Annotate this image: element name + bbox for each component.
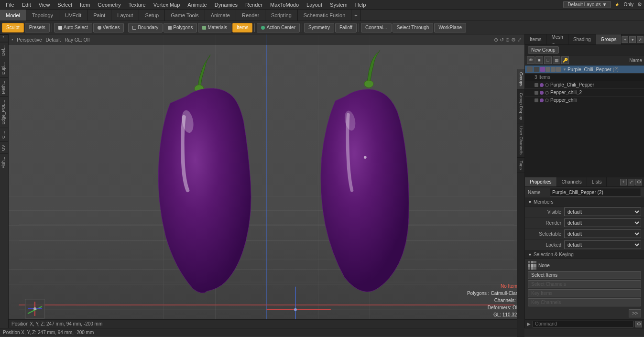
new-group-button[interactable]: New Group (528, 46, 559, 54)
tab-game-tools[interactable]: Game Tools (165, 10, 205, 21)
group-tool-1[interactable]: ■ (535, 56, 543, 64)
add-panel-btn[interactable]: + (622, 36, 628, 43)
tab-setup[interactable]: Setup (139, 10, 165, 21)
tab-layout[interactable]: Layout (111, 10, 139, 21)
presets-button[interactable]: Presets (25, 23, 50, 33)
tab-schematic-fusion[interactable]: Schematic Fusion (298, 10, 351, 21)
vp-zoom-icon[interactable]: ⊙ (505, 37, 510, 43)
command-settings-btn[interactable]: ⚙ (635, 321, 642, 327)
left-tab-fish[interactable]: Fish... (0, 153, 8, 172)
vp-rotate-icon[interactable]: ↺ (500, 37, 504, 43)
render-select[interactable]: default (564, 218, 641, 227)
menu-layout[interactable]: Layout (303, 1, 326, 9)
layouts-dropdown[interactable]: Default Layouts ▼ (563, 1, 611, 8)
tab-render[interactable]: Render (236, 10, 265, 21)
left-tab-edge-pol[interactable]: Edge_POL... (0, 97, 8, 128)
tab-animate[interactable]: Animate (205, 10, 236, 21)
left-tab-uv[interactable]: UV (0, 141, 8, 154)
right-side-tab-group-display[interactable]: Group Display (517, 90, 524, 123)
tab-shading[interactable]: Shading (568, 34, 596, 44)
command-input[interactable] (533, 321, 633, 327)
menu-system[interactable]: System (326, 1, 351, 9)
menu-geometry[interactable]: Geometry (94, 1, 124, 9)
viewport[interactable]: ▪ Perspective Default Ray GL: Off ⊕ ↺ ⊙ … (9, 34, 524, 328)
materials-button[interactable]: Materials (198, 23, 231, 33)
menu-texture[interactable]: Texture (125, 1, 150, 9)
menu-item[interactable]: Item (76, 1, 94, 9)
group-tool-2[interactable]: □ (544, 56, 552, 64)
workplane-button[interactable]: WorkPlane (434, 23, 466, 33)
menu-dynamics[interactable]: Dynamics (211, 1, 241, 9)
name-input[interactable] (550, 188, 641, 196)
tab-topology[interactable]: Topology (26, 10, 59, 21)
menu-maxtomodo[interactable]: MaxToModo (266, 1, 303, 9)
vp-maximize-icon[interactable]: ⤢ (517, 37, 522, 43)
boundary-button[interactable]: Boundary (128, 23, 163, 33)
selectable-select[interactable]: default (564, 229, 641, 238)
left-tab-cl[interactable]: Cl... (0, 128, 8, 141)
key-items-button[interactable]: Key Items (528, 289, 641, 297)
group-root-row[interactable]: ▼ Purple_Chili_Pepper (2) (525, 65, 644, 74)
tab-uvedit[interactable]: UVEdit (59, 10, 87, 21)
action-center-button[interactable]: Action Center (257, 23, 300, 33)
group-child-row-3[interactable]: ⬡ Pepper_chili (525, 97, 644, 104)
visible-select[interactable]: default (564, 207, 641, 216)
props-settings-btn[interactable]: ⚙ (635, 179, 642, 185)
menu-select[interactable]: Select (54, 1, 76, 9)
default-label[interactable]: Default (45, 37, 61, 43)
props-add-btn[interactable]: + (620, 179, 627, 185)
perspective-label[interactable]: Perspective (17, 37, 42, 43)
right-side-tab-tags[interactable]: Tags (517, 158, 524, 173)
tab-lists[interactable]: Lists (587, 177, 607, 186)
group-tool-eye[interactable]: 👁 (527, 56, 535, 64)
vp-nav-icon[interactable]: ⊕ (494, 37, 498, 43)
left-tab-meth[interactable]: Meth... (0, 77, 8, 97)
polygons-button[interactable]: Polygons (164, 23, 197, 33)
tab-scripting[interactable]: Scripting (265, 10, 298, 21)
tab-model[interactable]: Model (0, 10, 26, 21)
tab-mesh[interactable]: Mesh ... (546, 34, 568, 44)
add-tab-btn[interactable]: + (351, 10, 360, 21)
menu-animate[interactable]: Animate (184, 1, 210, 9)
sculpt-button[interactable]: Sculpt (2, 23, 24, 33)
props-maximize-btn[interactable]: ⤢ (628, 179, 634, 185)
panel-settings-btn[interactable]: ▾ (629, 36, 636, 43)
left-tab-def[interactable]: Def... (0, 42, 8, 59)
viewport-expand-icon[interactable]: ▪ (11, 37, 13, 42)
panel-maximize-btn[interactable]: ⤢ (637, 36, 644, 43)
menu-edit[interactable]: Edit (18, 1, 35, 9)
auto-select-button[interactable]: Auto Select (54, 23, 92, 33)
vertices-button[interactable]: Vertices (93, 23, 124, 33)
left-tab-top[interactable]: ▪ (0, 34, 8, 42)
falloff-button[interactable]: Falloff (335, 23, 357, 33)
items-button[interactable]: Items (232, 23, 252, 33)
group-tool-4[interactable]: 🔑 (561, 56, 569, 64)
right-side-tab-user-channels[interactable]: User Channels (517, 123, 524, 158)
tab-items[interactable]: Items (525, 34, 546, 44)
menu-view[interactable]: View (35, 1, 54, 9)
select-channels-button[interactable]: Select Channels (528, 280, 641, 288)
arrow-right-button[interactable]: >> (629, 309, 641, 317)
tab-properties[interactable]: Properties (525, 177, 557, 186)
constrain-button[interactable]: Constrai... (361, 23, 392, 33)
menu-render[interactable]: Render (241, 1, 266, 9)
menu-file[interactable]: File (2, 1, 18, 9)
vp-settings-icon[interactable]: ⚙ (511, 37, 516, 43)
menu-vertex-map[interactable]: Vertex Map (150, 1, 184, 9)
tab-paint[interactable]: Paint (87, 10, 111, 21)
group-child-row-2[interactable]: ⬡ Pepper_chili_2 (525, 89, 644, 97)
select-through-button[interactable]: Select Through (393, 23, 434, 33)
menu-help[interactable]: Help (351, 1, 370, 9)
key-channels-button[interactable]: Key Channels (528, 298, 641, 306)
ray-gl-label[interactable]: Ray GL: Off (65, 37, 90, 43)
settings-icon[interactable]: ⚙ (637, 1, 642, 8)
symmetry-button[interactable]: Symmetry (304, 23, 334, 33)
group-child-row-1[interactable]: ⬡ Purple_Chili_Pepper (525, 81, 644, 89)
tab-groups[interactable]: Groups (596, 34, 622, 44)
group-tool-3[interactable]: ▦ (553, 56, 560, 64)
left-tab-dupl[interactable]: Dupl... (0, 59, 8, 77)
locked-select[interactable]: default (564, 240, 641, 249)
select-items-button[interactable]: Select Items (528, 271, 641, 279)
right-side-tab-groups[interactable]: Groups (517, 69, 524, 90)
tab-channels[interactable]: Channels (557, 177, 587, 186)
